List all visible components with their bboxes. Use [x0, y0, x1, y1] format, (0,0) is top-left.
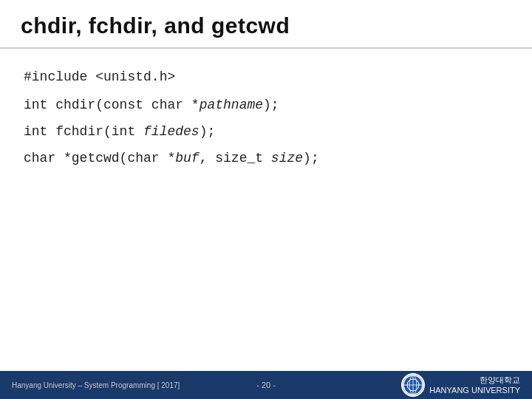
- getcwd-prefix: char *getcwd(char *: [24, 151, 175, 166]
- chdir-suffix: );: [263, 98, 279, 112]
- getcwd-size: size: [271, 151, 303, 166]
- footer-left-text: Hanyang University – System Programming …: [12, 381, 180, 389]
- university-english: HANYANG UNIVERSITY: [429, 385, 520, 395]
- footer: Hanyang University – System Programming …: [0, 371, 532, 399]
- footer-right: 한양대학교 HANYANG UNIVERSITY: [401, 373, 520, 397]
- logo-svg: [403, 375, 423, 395]
- getcwd-buf: buf: [175, 151, 199, 166]
- university-name-block: 한양대학교 HANYANG UNIVERSITY: [429, 375, 520, 396]
- content-area: #include <unistd.h> int chdir(const char…: [0, 49, 532, 399]
- getcwd-suffix: );: [303, 151, 319, 166]
- fchdir-param: filedes: [143, 124, 200, 139]
- chdir-prefix: int chdir(const char *: [24, 98, 200, 112]
- code-line-fchdir: int fchdir(int filedes);: [24, 124, 508, 139]
- fchdir-suffix: );: [200, 124, 216, 139]
- chdir-param: pathname: [200, 98, 263, 112]
- fchdir-prefix: int fchdir(int: [24, 124, 143, 139]
- university-logo: [401, 373, 425, 397]
- slide-title: chdir, fchdir, and getcwd: [21, 13, 290, 38]
- footer-page-number: - 20 -: [256, 381, 276, 389]
- include-text: #include <unistd.h>: [24, 69, 175, 84]
- include-line: #include <unistd.h>: [24, 69, 508, 84]
- university-korean: 한양대학교: [429, 375, 520, 385]
- getcwd-middle: , size_t: [200, 151, 271, 166]
- title-bar: chdir, fchdir, and getcwd: [0, 0, 532, 49]
- code-line-getcwd: char *getcwd(char *buf, size_t size);: [24, 151, 508, 166]
- slide: chdir, fchdir, and getcwd #include <unis…: [0, 0, 532, 399]
- code-line-chdir: int chdir(const char *pathname);: [24, 98, 508, 112]
